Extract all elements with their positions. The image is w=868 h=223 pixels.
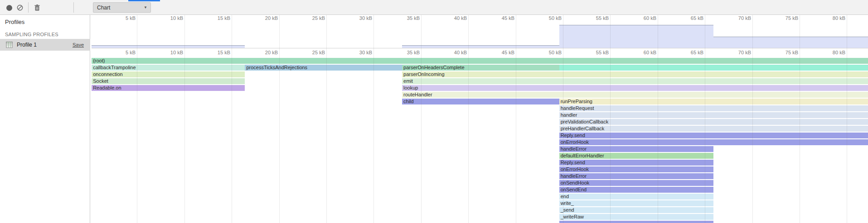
overview-ruler-label: 60 kB (629, 15, 656, 21)
flame-segment-prehandlercallback[interactable]: preHandlerCallback (559, 126, 868, 132)
flame-segment-processticksandrejections[interactable]: processTicksAndRejections (245, 65, 402, 71)
gridline (658, 15, 658, 223)
detail-ruler-label: 80 kB (818, 50, 845, 55)
sidebar-title: Profiles (5, 19, 24, 25)
overview-ruler-label: 5 kB (108, 15, 136, 21)
overview-ruler-label: 65 kB (676, 15, 703, 21)
gridline (232, 15, 232, 223)
flame-chart-area[interactable]: (root)callbackTrampolineprocessTicksAndR… (90, 15, 868, 223)
detail-ruler-label: 25 kB (298, 50, 325, 55)
detail-ruler-label: 30 kB (345, 50, 372, 55)
overview-ruler-label: 25 kB (298, 15, 325, 21)
toolbar: Chart ▼ (0, 0, 868, 15)
profiles-sidebar: Profiles SAMPLING PROFILES Profile 1 Sav… (0, 15, 90, 223)
detail-ruler-label: 45 kB (487, 50, 514, 55)
flame-segment-onsendhook[interactable]: onSendHook (559, 180, 713, 186)
gridline (326, 15, 327, 223)
gridline (800, 15, 800, 223)
delete-profile-button[interactable] (32, 2, 43, 13)
flame-segment--writeraw[interactable]: _writeRaw (559, 214, 713, 220)
view-mode-value: Chart (93, 5, 144, 11)
flame-segment-onconnection[interactable]: onconnection (92, 71, 245, 77)
flame-segment-routehandler[interactable]: routeHandler (402, 92, 868, 98)
record-icon (6, 5, 12, 11)
flame-segment-handleerror[interactable]: handleError (559, 173, 713, 179)
detail-ruler-label: 55 kB (582, 50, 609, 55)
flame-segment-reply-send[interactable]: Reply.send (559, 133, 868, 138)
overview-ruler-label: 75 kB (771, 15, 798, 21)
sidebar-item-profile-1[interactable]: Profile 1 Save (0, 39, 90, 51)
flame-segment-runpreparsing[interactable]: runPreParsing (559, 99, 868, 104)
gridline (847, 15, 847, 223)
chevron-down-icon: ▼ (144, 5, 150, 9)
gridline (705, 15, 705, 223)
detail-ruler-label: 5 kB (108, 50, 136, 55)
gridline (468, 15, 469, 223)
overview-ruler-label: 35 kB (393, 15, 420, 21)
detail-ruler-label: 70 kB (724, 50, 751, 55)
toolbar-separator (28, 2, 29, 13)
gridline (421, 15, 422, 223)
devtools-profiler-panel: Chart ▼ Profiles SAMPLING PROFILES Profi… (0, 0, 868, 223)
view-mode-select[interactable]: Chart ▼ (93, 2, 151, 13)
gridline (610, 15, 611, 223)
overview-area-step (559, 25, 713, 48)
sampling-profiles-section-label: SAMPLING PROFILES (5, 32, 58, 37)
clear-all-button[interactable] (15, 2, 25, 13)
active-tab-indicator (128, 0, 160, 1)
flame-segment-handleerror[interactable]: handleError (559, 146, 713, 152)
save-profile-link[interactable]: Save (73, 42, 84, 47)
profile-name: Profile 1 (17, 42, 73, 48)
gridline (563, 15, 563, 223)
overview-ruler-label: 40 kB (440, 15, 467, 21)
gridline (137, 15, 137, 223)
overview-ruler-label: 30 kB (345, 15, 372, 21)
detail-ruler-label: 50 kB (534, 50, 562, 55)
flame-segment-end[interactable]: end (559, 194, 713, 199)
flame-segment-emit[interactable]: emit (402, 78, 868, 84)
flame-segment--root-[interactable]: (root) (92, 58, 868, 64)
overview-ruler-label: 15 kB (203, 15, 230, 21)
flame-segment-onerrorhook[interactable]: onErrorHook (559, 139, 868, 145)
detail-ruler-label: 60 kB (629, 50, 656, 55)
flame-segment-callbacktrampoline[interactable]: callbackTrampoline (92, 65, 245, 71)
gridline (184, 15, 185, 223)
flame-segment-lookup[interactable]: lookup (402, 85, 868, 91)
flame-segment-parseronincoming[interactable]: parserOnIncoming (402, 71, 868, 77)
overview-baseline (92, 48, 868, 48)
detail-ruler-label: 10 kB (156, 50, 183, 55)
flame-segment-onsendend[interactable]: onSendEnd (559, 187, 713, 193)
flame-segment-handler[interactable]: handler (559, 112, 868, 118)
overview-ruler-label: 70 kB (724, 15, 751, 21)
record-button[interactable] (4, 2, 15, 13)
overview-ruler-label: 80 kB (818, 15, 845, 21)
overview-ruler-label: 45 kB (487, 15, 514, 21)
gridline (373, 15, 374, 223)
trash-icon (34, 4, 41, 11)
flame-segment-prevalidationcallback[interactable]: preValidationCallback (559, 119, 868, 125)
flame-segment-defaulterrorhandler[interactable]: defaultErrorHandler (559, 153, 713, 159)
gridline (516, 15, 516, 223)
detail-ruler-label: 15 kB (203, 50, 230, 55)
toolbar-separator (73, 2, 74, 13)
flame-segment-parseronheaderscomplete[interactable]: parserOnHeadersComplete (402, 65, 559, 71)
detail-ruler-label: 65 kB (676, 50, 703, 55)
flame-segment-socket[interactable]: Socket (92, 78, 245, 84)
flame-segment-readable-on[interactable]: Readable.on (92, 85, 245, 91)
overview-ruler-label: 10 kB (156, 15, 183, 21)
gridline (279, 15, 280, 223)
flame-segment-onerrorhook[interactable]: onErrorHook (559, 166, 713, 172)
flame-segment--send[interactable]: _send (559, 207, 713, 213)
flame-segment-child[interactable]: child (402, 99, 559, 104)
flame-segment-reply-send[interactable]: Reply.send (559, 160, 713, 166)
flame-segment-write-[interactable]: write_ (559, 200, 713, 206)
block-icon (16, 4, 24, 11)
overview-ruler-label: 55 kB (582, 15, 609, 21)
flame-segment-handlerequest[interactable]: handleRequest (559, 105, 868, 111)
gridline (752, 15, 753, 223)
detail-ruler-label: 35 kB (393, 50, 420, 55)
flame-segment[interactable] (559, 221, 713, 223)
overview-ruler-label: 20 kB (251, 15, 278, 21)
detail-ruler-label: 40 kB (440, 50, 467, 55)
flame-segment[interactable] (559, 65, 868, 71)
